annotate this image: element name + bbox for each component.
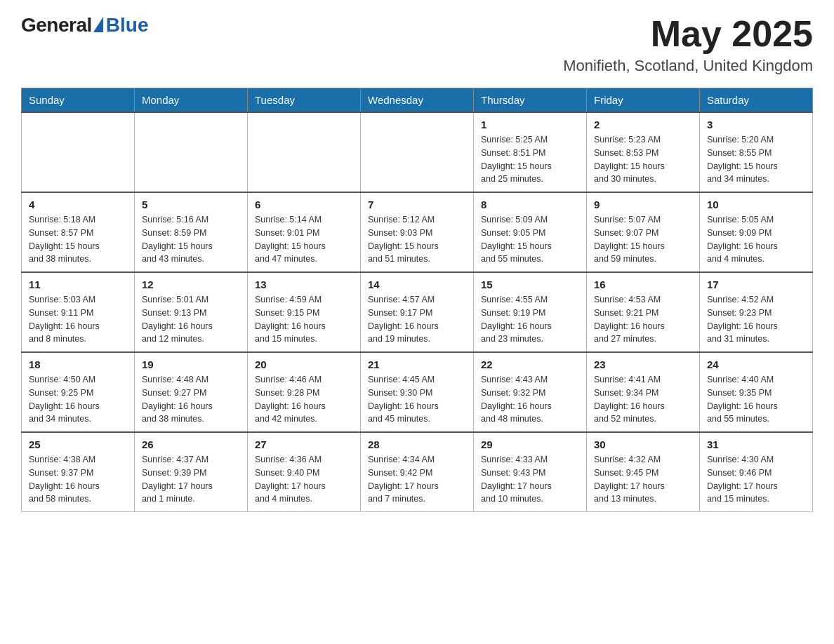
calendar-cell: 29Sunrise: 4:33 AM Sunset: 9:43 PM Dayli… <box>474 432 587 512</box>
day-info: Sunrise: 4:38 AM Sunset: 9:37 PM Dayligh… <box>29 453 127 506</box>
day-info: Sunrise: 4:30 AM Sunset: 9:46 PM Dayligh… <box>707 453 805 506</box>
page-header: General Blue May 2025 Monifieth, Scotlan… <box>21 14 813 75</box>
day-number: 1 <box>481 119 579 130</box>
calendar-cell: 27Sunrise: 4:36 AM Sunset: 9:40 PM Dayli… <box>248 432 361 512</box>
week-row-4: 18Sunrise: 4:50 AM Sunset: 9:25 PM Dayli… <box>22 352 813 432</box>
day-info: Sunrise: 5:09 AM Sunset: 9:05 PM Dayligh… <box>481 213 579 266</box>
calendar-cell: 11Sunrise: 5:03 AM Sunset: 9:11 PM Dayli… <box>22 272 135 352</box>
calendar-cell <box>361 112 474 192</box>
logo-general-text: General <box>21 14 92 36</box>
calendar-cell: 30Sunrise: 4:32 AM Sunset: 9:45 PM Dayli… <box>587 432 700 512</box>
day-info: Sunrise: 5:25 AM Sunset: 8:51 PM Dayligh… <box>481 133 579 186</box>
day-info: Sunrise: 4:46 AM Sunset: 9:28 PM Dayligh… <box>255 373 353 426</box>
week-row-2: 4Sunrise: 5:18 AM Sunset: 8:57 PM Daylig… <box>22 192 813 272</box>
day-number: 20 <box>255 358 353 370</box>
day-number: 30 <box>594 438 692 450</box>
day-info: Sunrise: 4:45 AM Sunset: 9:30 PM Dayligh… <box>368 373 466 426</box>
day-info: Sunrise: 5:18 AM Sunset: 8:57 PM Dayligh… <box>29 213 127 266</box>
month-title: May 2025 <box>563 14 813 54</box>
calendar-cell: 23Sunrise: 4:41 AM Sunset: 9:34 PM Dayli… <box>587 352 700 432</box>
calendar-cell: 24Sunrise: 4:40 AM Sunset: 9:35 PM Dayli… <box>700 352 813 432</box>
day-info: Sunrise: 4:53 AM Sunset: 9:21 PM Dayligh… <box>594 293 692 346</box>
day-number: 21 <box>368 358 466 370</box>
day-number: 22 <box>481 358 579 370</box>
calendar-cell: 1Sunrise: 5:25 AM Sunset: 8:51 PM Daylig… <box>474 112 587 192</box>
day-number: 9 <box>594 199 692 210</box>
calendar-cell: 12Sunrise: 5:01 AM Sunset: 9:13 PM Dayli… <box>135 272 248 352</box>
day-number: 27 <box>255 438 353 450</box>
day-info: Sunrise: 4:36 AM Sunset: 9:40 PM Dayligh… <box>255 453 353 506</box>
day-info: Sunrise: 5:12 AM Sunset: 9:03 PM Dayligh… <box>368 213 466 266</box>
day-info: Sunrise: 5:20 AM Sunset: 8:55 PM Dayligh… <box>707 133 805 186</box>
day-info: Sunrise: 4:32 AM Sunset: 9:45 PM Dayligh… <box>594 453 692 506</box>
calendar-cell: 10Sunrise: 5:05 AM Sunset: 9:09 PM Dayli… <box>700 192 813 272</box>
weekday-header-monday: Monday <box>135 88 248 113</box>
calendar-cell: 21Sunrise: 4:45 AM Sunset: 9:30 PM Dayli… <box>361 352 474 432</box>
day-number: 29 <box>481 438 579 450</box>
day-info: Sunrise: 4:55 AM Sunset: 9:19 PM Dayligh… <box>481 293 579 346</box>
calendar-cell: 7Sunrise: 5:12 AM Sunset: 9:03 PM Daylig… <box>361 192 474 272</box>
calendar-cell: 2Sunrise: 5:23 AM Sunset: 8:53 PM Daylig… <box>587 112 700 192</box>
calendar-cell: 16Sunrise: 4:53 AM Sunset: 9:21 PM Dayli… <box>587 272 700 352</box>
logo-blue-text: Blue <box>106 14 149 36</box>
day-number: 3 <box>707 119 805 130</box>
day-info: Sunrise: 4:33 AM Sunset: 9:43 PM Dayligh… <box>481 453 579 506</box>
day-number: 6 <box>255 199 353 210</box>
calendar-cell <box>248 112 361 192</box>
calendar-cell: 9Sunrise: 5:07 AM Sunset: 9:07 PM Daylig… <box>587 192 700 272</box>
day-info: Sunrise: 4:50 AM Sunset: 9:25 PM Dayligh… <box>29 373 127 426</box>
day-number: 28 <box>368 438 466 450</box>
day-info: Sunrise: 5:14 AM Sunset: 9:01 PM Dayligh… <box>255 213 353 266</box>
day-number: 13 <box>255 279 353 290</box>
calendar-table: SundayMondayTuesdayWednesdayThursdayFrid… <box>21 88 813 512</box>
calendar-cell: 6Sunrise: 5:14 AM Sunset: 9:01 PM Daylig… <box>248 192 361 272</box>
day-info: Sunrise: 4:43 AM Sunset: 9:32 PM Dayligh… <box>481 373 579 426</box>
calendar-cell: 31Sunrise: 4:30 AM Sunset: 9:46 PM Dayli… <box>700 432 813 512</box>
logo: General Blue <box>21 14 148 36</box>
day-number: 11 <box>29 279 127 290</box>
calendar-cell: 13Sunrise: 4:59 AM Sunset: 9:15 PM Dayli… <box>248 272 361 352</box>
day-info: Sunrise: 5:03 AM Sunset: 9:11 PM Dayligh… <box>29 293 127 346</box>
day-number: 4 <box>29 199 127 210</box>
day-info: Sunrise: 5:16 AM Sunset: 8:59 PM Dayligh… <box>142 213 240 266</box>
calendar-cell: 19Sunrise: 4:48 AM Sunset: 9:27 PM Dayli… <box>135 352 248 432</box>
day-number: 24 <box>707 358 805 370</box>
calendar-cell: 14Sunrise: 4:57 AM Sunset: 9:17 PM Dayli… <box>361 272 474 352</box>
day-number: 31 <box>707 438 805 450</box>
day-number: 2 <box>594 119 692 130</box>
week-row-1: 1Sunrise: 5:25 AM Sunset: 8:51 PM Daylig… <box>22 112 813 192</box>
calendar-cell: 25Sunrise: 4:38 AM Sunset: 9:37 PM Dayli… <box>22 432 135 512</box>
weekday-header-friday: Friday <box>587 88 700 113</box>
day-info: Sunrise: 4:48 AM Sunset: 9:27 PM Dayligh… <box>142 373 240 426</box>
day-number: 23 <box>594 358 692 370</box>
day-number: 8 <box>481 199 579 210</box>
calendar-cell <box>22 112 135 192</box>
calendar-cell: 5Sunrise: 5:16 AM Sunset: 8:59 PM Daylig… <box>135 192 248 272</box>
logo-triangle-icon <box>93 17 103 32</box>
location-title: Monifieth, Scotland, United Kingdom <box>563 57 813 75</box>
day-info: Sunrise: 5:23 AM Sunset: 8:53 PM Dayligh… <box>594 133 692 186</box>
day-number: 5 <box>142 199 240 210</box>
calendar-cell: 20Sunrise: 4:46 AM Sunset: 9:28 PM Dayli… <box>248 352 361 432</box>
day-number: 7 <box>368 199 466 210</box>
day-number: 18 <box>29 358 127 370</box>
week-row-3: 11Sunrise: 5:03 AM Sunset: 9:11 PM Dayli… <box>22 272 813 352</box>
day-number: 14 <box>368 279 466 290</box>
week-row-5: 25Sunrise: 4:38 AM Sunset: 9:37 PM Dayli… <box>22 432 813 512</box>
calendar-header-row: SundayMondayTuesdayWednesdayThursdayFrid… <box>22 88 813 113</box>
day-info: Sunrise: 4:37 AM Sunset: 9:39 PM Dayligh… <box>142 453 240 506</box>
calendar-cell: 4Sunrise: 5:18 AM Sunset: 8:57 PM Daylig… <box>22 192 135 272</box>
weekday-header-tuesday: Tuesday <box>248 88 361 113</box>
day-number: 16 <box>594 279 692 290</box>
calendar-cell: 22Sunrise: 4:43 AM Sunset: 9:32 PM Dayli… <box>474 352 587 432</box>
day-info: Sunrise: 4:41 AM Sunset: 9:34 PM Dayligh… <box>594 373 692 426</box>
calendar-cell: 15Sunrise: 4:55 AM Sunset: 9:19 PM Dayli… <box>474 272 587 352</box>
calendar-cell: 18Sunrise: 4:50 AM Sunset: 9:25 PM Dayli… <box>22 352 135 432</box>
day-info: Sunrise: 4:34 AM Sunset: 9:42 PM Dayligh… <box>368 453 466 506</box>
day-info: Sunrise: 5:07 AM Sunset: 9:07 PM Dayligh… <box>594 213 692 266</box>
day-number: 10 <box>707 199 805 210</box>
day-number: 26 <box>142 438 240 450</box>
day-info: Sunrise: 5:05 AM Sunset: 9:09 PM Dayligh… <box>707 213 805 266</box>
weekday-header-wednesday: Wednesday <box>361 88 474 113</box>
day-info: Sunrise: 4:59 AM Sunset: 9:15 PM Dayligh… <box>255 293 353 346</box>
